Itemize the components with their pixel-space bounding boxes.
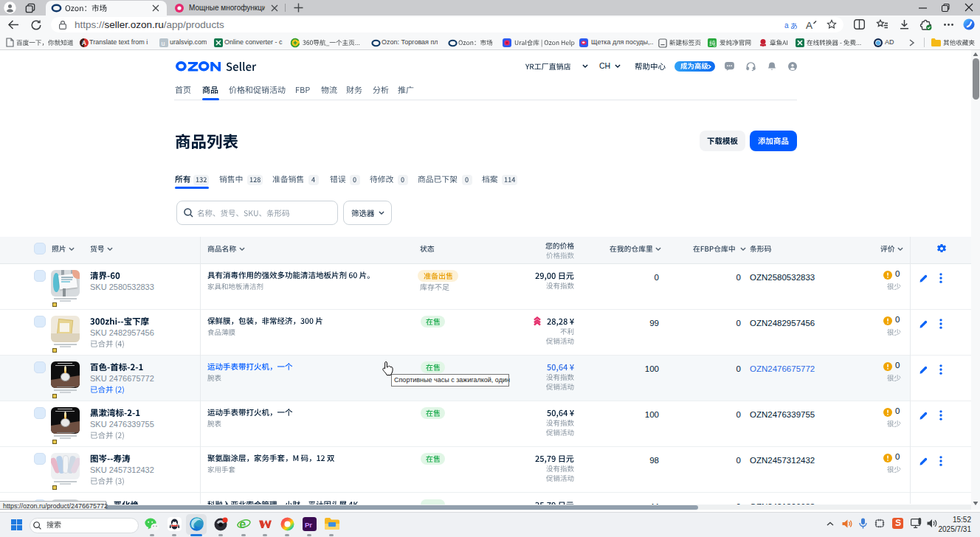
- svg-text:a: a: [784, 21, 789, 30]
- svg-text:A: A: [82, 39, 86, 46]
- svg-text:Pr: Pr: [305, 521, 312, 529]
- svg-text:u: u: [162, 40, 165, 47]
- svg-text:A: A: [806, 20, 812, 31]
